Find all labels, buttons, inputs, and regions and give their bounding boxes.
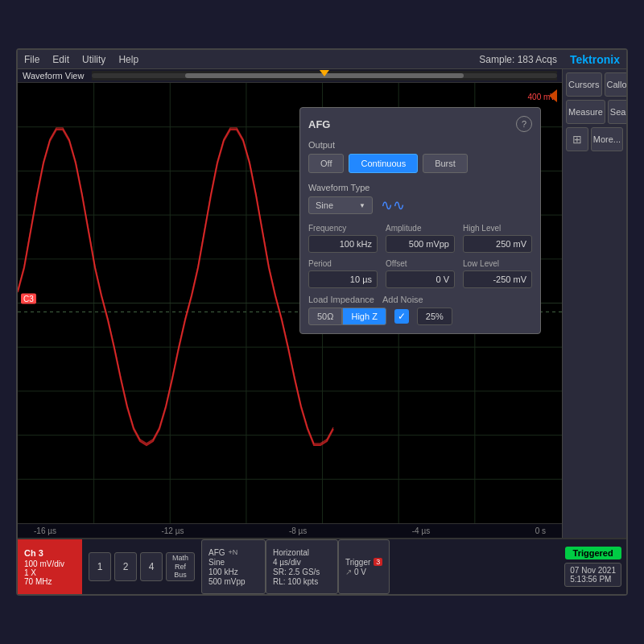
afg-load-50-button[interactable]: 50Ω	[308, 308, 342, 325]
bus-label: Bus	[174, 571, 187, 580]
horiz-time: 4 µs/div	[273, 558, 331, 567]
afg-offset-param: Offset 0 V	[386, 259, 455, 288]
afg-info-freq: 100 kHz	[208, 568, 258, 576]
waveform-sine	[18, 130, 333, 445]
afg-period-value[interactable]: 10 µs	[308, 270, 378, 288]
trigger-level: 0 V	[354, 568, 366, 576]
trigger-info-panel[interactable]: Trigger 3 ↗ 0 V	[338, 539, 390, 594]
afg-offset-label: Offset	[386, 259, 455, 268]
afg-load-row: Load Impedance Add Noise	[308, 295, 532, 304]
afg-high-level-value[interactable]: 250 mV	[463, 235, 532, 253]
ch3-bandwidth: 70 MHz	[24, 577, 76, 586]
time-label-4: 0 s	[535, 526, 546, 535]
afg-load-highz-button[interactable]: High Z	[342, 308, 386, 325]
sidebar-top-row: Cursors Callout	[566, 72, 623, 97]
afg-period-label: Period	[308, 259, 378, 268]
cursors-button[interactable]: Cursors	[566, 72, 602, 97]
ch1-button[interactable]: 1	[89, 552, 111, 581]
channel-label-c3: C3	[21, 294, 36, 304]
afg-info-label: AFG	[208, 548, 225, 557]
waveform-scrollbar[interactable]	[92, 71, 557, 80]
afg-output-burst-button[interactable]: Burst	[423, 154, 468, 173]
afg-amplitude-label: Amplitude	[386, 224, 455, 233]
math-label: Math	[172, 554, 188, 563]
ch3-label: Ch 3	[24, 548, 76, 558]
afg-panel: AFG ? Output Off Continuous Burst Wavefo…	[299, 107, 541, 334]
callout-button[interactable]: Callout	[605, 72, 626, 97]
time-label-3: -4 µs	[412, 526, 430, 535]
afg-low-level-value[interactable]: -250 mV	[463, 270, 532, 288]
time-label-bottom: 5:13:56 PM	[570, 575, 616, 584]
time-label-2: -8 µs	[289, 526, 307, 535]
bottom-right: Triggered 07 Nov 2021 5:13:56 PM	[559, 539, 626, 594]
waveform-sine-overlay	[18, 128, 333, 444]
afg-amplitude-value[interactable]: 500 mVpp	[386, 235, 455, 253]
afg-high-level-param: High Level 250 mV	[463, 224, 532, 253]
afg-noise-checkbox[interactable]: ✓	[394, 309, 409, 324]
afg-info-type: Sine	[208, 558, 258, 567]
menu-edit[interactable]: Edit	[52, 54, 69, 65]
datetime-info: 07 Nov 2021 5:13:56 PM	[564, 563, 621, 587]
afg-offset-value[interactable]: 0 V	[386, 270, 455, 288]
afg-high-level-label: High Level	[463, 224, 532, 233]
time-label-0: -16 µs	[34, 526, 56, 535]
afg-info-panel[interactable]: AFG +N Sine 100 kHz 500 mVpp	[201, 539, 266, 594]
ch4-button[interactable]: 4	[140, 552, 163, 581]
search-button[interactable]: Search	[608, 100, 626, 124]
afg-period-param: Period 10 µs	[308, 259, 378, 288]
menu-bar: File Edit Utility Help Sample: 183 Acqs …	[18, 50, 626, 69]
sidebar-bottom-row: ⊞ More...	[566, 127, 623, 151]
ch3-info[interactable]: Ch 3 100 mV/div 1 X 70 MHz	[18, 539, 82, 594]
waveform-header: Waveform View	[18, 69, 562, 83]
horiz-label: Horizontal	[273, 548, 331, 557]
menu-help[interactable]: Help	[118, 54, 138, 65]
afg-params-grid: Frequency 100 kHz Amplitude 500 mVpp Hig…	[308, 224, 532, 288]
afg-load-buttons: 50Ω High Z	[308, 308, 386, 325]
time-axis: -16 µs -12 µs -8 µs -4 µs 0 s	[18, 523, 562, 538]
afg-waveform-select[interactable]: Sine ▼	[308, 196, 373, 214]
afg-panel-header: AFG ?	[308, 116, 532, 132]
waveform-canvas[interactable]: C3 400 mV AFG ? Output Off Continuous Bu…	[18, 83, 562, 523]
channel-buttons: 1 2 4 Math Ref Bus	[82, 539, 201, 594]
ch3-zoom: 1 X	[24, 568, 76, 577]
afg-frequency-label: Frequency	[308, 224, 378, 233]
afg-output-continuous-button[interactable]: Continuous	[349, 154, 418, 173]
afg-help-button[interactable]: ?	[516, 116, 532, 132]
date-label: 07 Nov 2021	[570, 566, 616, 575]
menu-utility[interactable]: Utility	[82, 54, 105, 65]
ch2-button[interactable]: 2	[114, 552, 137, 581]
afg-title: AFG	[308, 118, 330, 130]
trigger-arrow: ↗	[345, 568, 352, 576]
right-marker	[549, 89, 557, 102]
afg-amplitude-param: Amplitude 500 mVpp	[386, 224, 455, 253]
grid-icon-button[interactable]: ⊞	[566, 127, 588, 151]
sidebar-measure-row: Measure Search	[566, 100, 623, 124]
afg-info-amp: 500 mVpp	[208, 577, 258, 586]
app-logo: Tektronix	[570, 53, 620, 66]
trigger-num-badge: 3	[374, 558, 382, 566]
triggered-badge: Triggered	[565, 547, 621, 559]
afg-waveform-row: Sine ▼ ∿∿	[308, 196, 532, 214]
menu-file[interactable]: File	[24, 54, 39, 65]
measure-button[interactable]: Measure	[566, 100, 605, 124]
horiz-sr: SR: 2.5 GS/s	[273, 568, 331, 576]
afg-frequency-value[interactable]: 100 kHz	[308, 235, 378, 253]
sample-info: Sample: 183 Acqs	[479, 54, 557, 65]
afg-plus-n: +N	[229, 548, 238, 556]
afg-output-row: Off Continuous Burst	[308, 154, 532, 173]
afg-load-controls: 50Ω High Z ✓ 25%	[308, 308, 532, 325]
afg-frequency-param: Frequency 100 kHz	[308, 224, 378, 253]
horizontal-info-panel[interactable]: Horizontal 4 µs/div SR: 2.5 GS/s RL: 100…	[266, 539, 338, 594]
afg-noise-value[interactable]: 25%	[417, 308, 452, 325]
afg-low-level-label: Low Level	[463, 259, 532, 268]
waveform-title: Waveform View	[23, 71, 84, 80]
grid-icon: ⊞	[572, 133, 582, 146]
afg-low-level-param: Low Level -250 mV	[463, 259, 532, 288]
horiz-rl: RL: 100 kpts	[273, 577, 331, 586]
waveform-container: Waveform View	[18, 69, 562, 538]
time-label-1: -12 µs	[161, 526, 184, 535]
bottom-bar: Ch 3 100 mV/div 1 X 70 MHz 1 2 4 Math Re…	[18, 538, 626, 594]
more-button[interactable]: More...	[591, 127, 623, 151]
afg-output-off-button[interactable]: Off	[308, 154, 344, 173]
math-ref-bus-button[interactable]: Math Ref Bus	[166, 552, 195, 581]
